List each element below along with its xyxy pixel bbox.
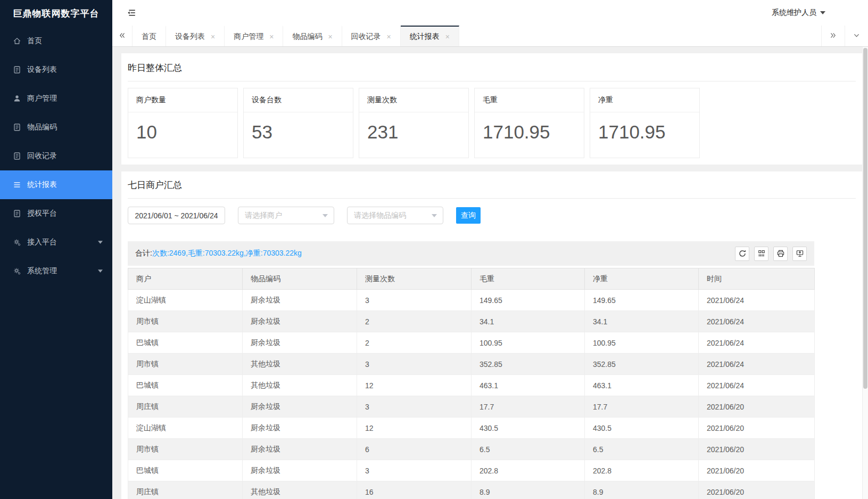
report-table: 商户物品编码测量次数毛重净重时间 淀山湖镇厨余垃圾3149.65149.6520… bbox=[128, 268, 815, 499]
table-cell: 2021/06/24 bbox=[699, 375, 815, 396]
document-icon bbox=[13, 152, 22, 161]
close-icon[interactable]: × bbox=[269, 33, 274, 40]
sidebar-item-label: 接入平台 bbox=[27, 238, 57, 247]
tab-stats-report[interactable]: 统计报表× bbox=[401, 26, 459, 46]
close-icon[interactable]: × bbox=[445, 33, 450, 40]
table-cell: 34.1 bbox=[585, 311, 699, 332]
totals-label: 合计: bbox=[135, 249, 152, 257]
stat-card-value: 231 bbox=[359, 112, 468, 158]
scrollbar-thumb[interactable] bbox=[863, 48, 867, 389]
column-header: 商户 bbox=[128, 268, 243, 290]
sidebar-item-system-mgmt[interactable]: 系统管理 bbox=[0, 257, 112, 285]
item-code-select[interactable]: 请选择物品编码 bbox=[347, 207, 443, 224]
table-cell: 352.85 bbox=[585, 354, 699, 375]
caret-down-icon bbox=[323, 214, 328, 217]
stat-card-label: 商户数量 bbox=[128, 88, 237, 112]
stat-card-label: 测量次数 bbox=[359, 88, 468, 112]
table-cell: 淀山湖镇 bbox=[128, 418, 243, 439]
item-code-select-placeholder: 请选择物品编码 bbox=[354, 211, 406, 220]
table-cell: 202.8 bbox=[585, 460, 699, 481]
table-cell: 149.65 bbox=[472, 290, 585, 311]
table-cell: 2021/06/24 bbox=[699, 290, 815, 311]
table-row: 周市镇其他垃圾3352.85352.852021/06/24 bbox=[128, 354, 815, 375]
table-cell: 巴城镇 bbox=[128, 332, 243, 354]
table-cell: 3 bbox=[357, 290, 472, 311]
table-cell: 3 bbox=[357, 354, 472, 375]
sidebar-item-home[interactable]: 首页 bbox=[0, 27, 112, 55]
tabs-scroll-left-button[interactable] bbox=[112, 26, 133, 46]
close-icon[interactable]: × bbox=[211, 33, 215, 40]
sidebar-item-stats-report[interactable]: 统计报表 bbox=[0, 170, 112, 199]
sidebar-item-auth-platform[interactable]: 授权平台 bbox=[0, 199, 112, 228]
stat-card-value: 10 bbox=[128, 112, 237, 158]
app-logo: 巨鼎物联网数字平台 bbox=[0, 0, 112, 26]
table-cell: 463.1 bbox=[585, 375, 699, 396]
table-cell: 6.5 bbox=[585, 439, 699, 460]
table-cell: 463.1 bbox=[472, 375, 585, 396]
sidebar-item-recycle-records[interactable]: 回收记录 bbox=[0, 142, 112, 170]
close-icon[interactable]: × bbox=[387, 33, 391, 40]
table-body: 淀山湖镇厨余垃圾3149.65149.652021/06/24周市镇厨余垃圾23… bbox=[128, 290, 815, 499]
columns-button[interactable] bbox=[754, 247, 768, 261]
user-dropdown[interactable]: 系统维护人员 bbox=[772, 8, 825, 18]
table-cell: 17.7 bbox=[472, 396, 585, 418]
table-cell: 淀山湖镇 bbox=[128, 290, 243, 311]
vertical-scrollbar bbox=[862, 47, 868, 499]
tab-merchant-mgmt[interactable]: 商户管理× bbox=[225, 26, 283, 46]
tabs-menu-button[interactable] bbox=[845, 26, 868, 46]
document-icon bbox=[13, 66, 22, 75]
page-content: 昨日整体汇总 商户数量10设备台数53测量次数231毛重1710.95净重171… bbox=[112, 47, 862, 499]
merchant-select[interactable]: 请选择商户 bbox=[238, 207, 334, 224]
filter-row: 请选择商户 请选择物品编码 查询 bbox=[128, 199, 856, 233]
table-row: 巴城镇厨余垃圾3202.8202.82021/06/20 bbox=[128, 460, 815, 481]
stat-card-value: 53 bbox=[244, 112, 353, 158]
sidebar-item-label: 商户管理 bbox=[27, 94, 57, 103]
list-icon bbox=[13, 181, 22, 190]
sidebar-item-label: 授权平台 bbox=[27, 209, 57, 218]
tabs-scroll-right-button[interactable] bbox=[821, 26, 845, 46]
yesterday-summary-title: 昨日整体汇总 bbox=[128, 62, 856, 81]
date-range-input[interactable] bbox=[128, 207, 225, 224]
table-cell: 12 bbox=[357, 418, 472, 439]
table-cell: 8.9 bbox=[585, 481, 699, 499]
main-area: 系统维护人员 首页设备列表×商户管理×物品编码×回收记录×统计报表× 昨日整体汇… bbox=[112, 0, 868, 499]
tab-recycle-records[interactable]: 回收记录× bbox=[342, 26, 401, 46]
tab-label: 设备列表 bbox=[175, 32, 205, 42]
table-cell: 厨余垃圾 bbox=[243, 332, 357, 354]
table-cell: 2021/06/20 bbox=[699, 460, 815, 481]
sidebar-item-label: 设备列表 bbox=[27, 65, 57, 75]
tab-label: 首页 bbox=[142, 32, 156, 42]
table-cell: 17.7 bbox=[585, 396, 699, 418]
table-cell: 352.85 bbox=[472, 354, 585, 375]
table-row: 淀山湖镇厨余垃圾3149.65149.652021/06/24 bbox=[128, 290, 815, 311]
sidebar-item-item-code[interactable]: 物品编码 bbox=[0, 113, 112, 142]
search-button[interactable]: 查询 bbox=[456, 207, 481, 224]
table-cell: 430.5 bbox=[472, 418, 585, 439]
tab-item-code[interactable]: 物品编码× bbox=[283, 26, 342, 46]
print-button[interactable] bbox=[773, 247, 788, 261]
sidebar: 巨鼎物联网数字平台 首页设备列表商户管理物品编码回收记录统计报表授权平台接入平台… bbox=[0, 0, 112, 499]
table-cell: 周庄镇 bbox=[128, 396, 243, 418]
tab-home[interactable]: 首页 bbox=[133, 26, 166, 46]
sidebar-item-merchant-mgmt[interactable]: 商户管理 bbox=[0, 84, 112, 113]
tab-list: 首页设备列表×商户管理×物品编码×回收记录×统计报表× bbox=[133, 26, 459, 46]
export-icon bbox=[796, 249, 804, 258]
table-cell: 2021/06/20 bbox=[699, 439, 815, 460]
stat-card: 设备台数53 bbox=[243, 88, 353, 158]
table-cell: 周市镇 bbox=[128, 439, 243, 460]
sidebar-menu: 首页设备列表商户管理物品编码回收记录统计报表授权平台接入平台系统管理 bbox=[0, 27, 112, 285]
close-icon[interactable]: × bbox=[328, 33, 332, 40]
tab-device-list[interactable]: 设备列表× bbox=[166, 26, 225, 46]
table-cell: 202.8 bbox=[472, 460, 585, 481]
refresh-button[interactable] bbox=[735, 247, 749, 261]
user-name: 系统维护人员 bbox=[772, 8, 816, 18]
sidebar-item-device-list[interactable]: 设备列表 bbox=[0, 55, 112, 84]
export-button[interactable] bbox=[792, 247, 807, 261]
sidebar-item-access-platform[interactable]: 接入平台 bbox=[0, 228, 112, 257]
sidebar-item-label: 物品编码 bbox=[27, 122, 57, 132]
table-cell: 2021/06/24 bbox=[699, 332, 815, 354]
tab-label: 物品编码 bbox=[292, 32, 322, 42]
tab-label: 统计报表 bbox=[410, 32, 440, 42]
column-header: 毛重 bbox=[472, 268, 585, 290]
sidebar-collapse-icon[interactable] bbox=[126, 7, 138, 18]
